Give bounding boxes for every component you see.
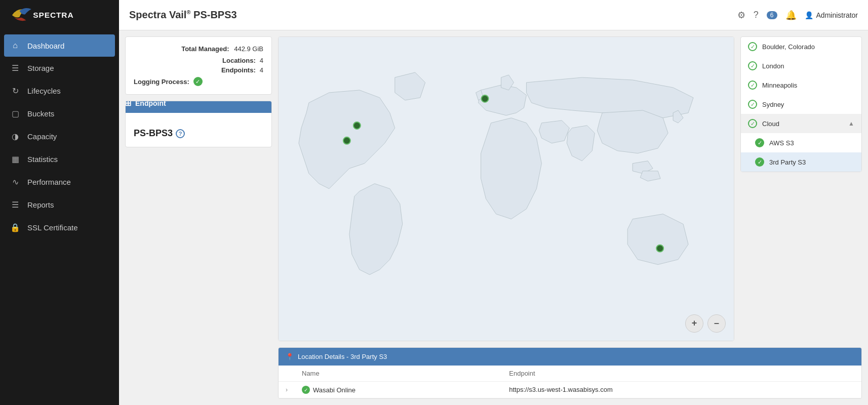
endpoint-grid-icon: ⊞ — [125, 101, 131, 108]
endpoints-row: Endpoints: 4 — [134, 66, 263, 74]
bell-icon[interactable]: 🔔 — [785, 10, 797, 21]
sidebar-nav: ⌂ Dashboard ☰ Storage ↻ Lifecycles ▢ Buc… — [0, 30, 119, 405]
performance-icon: ∿ — [10, 177, 20, 187]
world-map[interactable]: + – — [278, 36, 734, 341]
cloud-status-icon: ✓ — [748, 119, 757, 128]
expand-col-header — [279, 366, 295, 382]
svg-point-1 — [343, 137, 350, 144]
total-managed-label: Total Managed: — [181, 45, 229, 53]
sidebar-item-label: Lifecycles — [27, 87, 61, 95]
app-header: Spectra Vail® PS-BPS3 ⚙ ? 6 🔔 👤 Administ… — [119, 0, 868, 30]
sidebar: SPECTRA ⌂ Dashboard ☰ Storage ↻ Lifecycl… — [0, 0, 119, 405]
sidebar-item-label: Statistics — [27, 155, 58, 164]
legend-panel: ✓ Boulder, Colorado ✓ London ✓ Minneapol… — [740, 36, 862, 172]
logging-label: Logging Process: — [134, 78, 189, 86]
endpoints-value: 4 — [260, 66, 263, 74]
map-zoom-controls: + – — [685, 314, 726, 333]
help-icon[interactable]: ? — [754, 10, 759, 20]
row-endpoint: https://s3.us-west-1.wasabisys.com — [502, 381, 861, 398]
legend-item-aws-s3[interactable]: ✓ AWS S3 — [741, 133, 861, 152]
location-details-panel: 📍 Location Details - 3rd Party S3 Name E… — [278, 347, 862, 399]
name-column-header: Name — [295, 366, 502, 382]
details-header-label: Location Details - 3rd Party S3 — [298, 353, 387, 360]
info-card: Total Managed: 442.9 GiB Locations: 4 En… — [125, 36, 272, 95]
lifecycle-icon: ↻ — [10, 86, 20, 96]
legend-item-label: London — [762, 62, 784, 70]
row-name: ✓ Wasabi Online — [295, 381, 502, 398]
total-managed-value: 442.9 GiB — [234, 45, 263, 53]
zoom-out-button[interactable]: – — [707, 314, 726, 333]
legend-item-boulder[interactable]: ✓ Boulder, Colorado — [741, 37, 861, 56]
sidebar-item-label: Buckets — [27, 109, 54, 118]
sidebar-item-label: Capacity — [27, 132, 57, 141]
main-content: Spectra Vail® PS-BPS3 ⚙ ? 6 🔔 👤 Administ… — [119, 0, 868, 405]
header-actions: ⚙ ? 6 🔔 👤 Administrator — [737, 10, 858, 21]
legend-cloud-group[interactable]: ✓ Cloud ▲ — [741, 114, 861, 133]
legend-item-sydney[interactable]: ✓ Sydney — [741, 95, 861, 114]
main-body: Total Managed: 442.9 GiB Locations: 4 En… — [119, 30, 868, 405]
legend-item-minneapolis[interactable]: ✓ Minneapolis — [741, 75, 861, 95]
zoom-in-button[interactable]: + — [685, 314, 703, 333]
legend-item-3rd-party-s3[interactable]: ✓ 3rd Party S3 — [741, 152, 861, 172]
endpoints-label: Endpoints: — [221, 66, 256, 74]
sidebar-item-ssl[interactable]: 🔒 SSL Certificate — [0, 216, 119, 239]
legend-item-label: Sydney — [762, 101, 784, 108]
cloud-chevron-icon: ▲ — [848, 120, 854, 127]
sidebar-item-storage[interactable]: ☰ Storage — [0, 57, 119, 79]
bucket-icon: ▢ — [10, 109, 20, 118]
svg-point-3 — [482, 95, 489, 102]
sidebar-item-label: SSL Certificate — [27, 223, 78, 232]
wasabi-status-icon: ✓ — [302, 386, 310, 394]
logging-status-check: ✓ — [193, 77, 203, 86]
map-and-legend: + – ✓ Boulder, Colorado ✓ London — [278, 36, 862, 341]
details-table: Name Endpoint › ✓ Wasabi Online — [279, 366, 861, 399]
legend-item-label: AWS S3 — [769, 139, 794, 147]
endpoint-name: PS-BPS3 ? — [134, 128, 263, 139]
notification-badge[interactable]: 6 — [767, 11, 777, 19]
locations-row: Locations: 4 — [134, 57, 263, 64]
legend-item-label: Minneapolis — [762, 82, 797, 89]
logging-row: Logging Process: ✓ — [134, 77, 263, 86]
sidebar-item-dashboard[interactable]: ⌂ Dashboard — [4, 34, 115, 57]
3rd-party-s3-status-icon: ✓ — [755, 157, 764, 167]
row-expand-arrow[interactable]: › — [286, 386, 288, 393]
endpoint-card: ⊞ Endpoint PS-BPS3 ? — [125, 101, 272, 147]
statistics-icon: ▦ — [10, 154, 20, 164]
sidebar-item-statistics[interactable]: ▦ Statistics — [0, 148, 119, 171]
legend-item-london[interactable]: ✓ London — [741, 56, 861, 75]
london-status-icon: ✓ — [748, 61, 757, 70]
svg-text:SPECTRA: SPECTRA — [33, 11, 73, 19]
logo: SPECTRA — [0, 0, 119, 30]
aws-s3-status-icon: ✓ — [755, 138, 764, 147]
sidebar-item-label: Performance — [27, 178, 71, 186]
legend-item-label: 3rd Party S3 — [769, 158, 806, 166]
sidebar-item-label: Storage — [27, 64, 54, 72]
sidebar-item-label: Reports — [27, 200, 54, 209]
endpoint-help-icon[interactable]: ? — [176, 129, 185, 138]
sidebar-item-performance[interactable]: ∿ Performance — [0, 171, 119, 193]
details-header: 📍 Location Details - 3rd Party S3 — [279, 348, 861, 366]
reports-icon: ☰ — [10, 200, 20, 210]
location-pin-icon: 📍 — [286, 353, 294, 360]
capacity-icon: ◑ — [10, 132, 20, 141]
svg-point-2 — [353, 122, 361, 129]
total-managed-row: Total Managed: 442.9 GiB — [134, 45, 263, 53]
user-icon: 👤 — [805, 11, 813, 19]
locations-label: Locations: — [222, 57, 256, 64]
endpoint-header-label: Endpoint — [135, 101, 166, 107]
minneapolis-status-icon: ✓ — [748, 80, 757, 90]
sidebar-item-reports[interactable]: ☰ Reports — [0, 193, 119, 216]
svg-point-4 — [656, 245, 663, 252]
settings-icon[interactable]: ⚙ — [737, 10, 745, 21]
storage-icon: ☰ — [10, 63, 20, 73]
boulder-status-icon: ✓ — [748, 42, 757, 51]
sidebar-item-label: Dashboard — [27, 42, 64, 50]
endpoint-column-header: Endpoint — [502, 366, 861, 382]
page-title: Spectra Vail® PS-BPS3 — [129, 9, 237, 21]
sidebar-item-capacity[interactable]: ◑ Capacity — [0, 125, 119, 148]
sidebar-item-lifecycles[interactable]: ↻ Lifecycles — [0, 79, 119, 102]
table-row: › ✓ Wasabi Online https://s3.us-west-1.w… — [279, 381, 861, 398]
sydney-status-icon: ✓ — [748, 100, 757, 109]
sidebar-item-buckets[interactable]: ▢ Buckets — [0, 102, 119, 125]
home-icon: ⌂ — [10, 41, 20, 50]
